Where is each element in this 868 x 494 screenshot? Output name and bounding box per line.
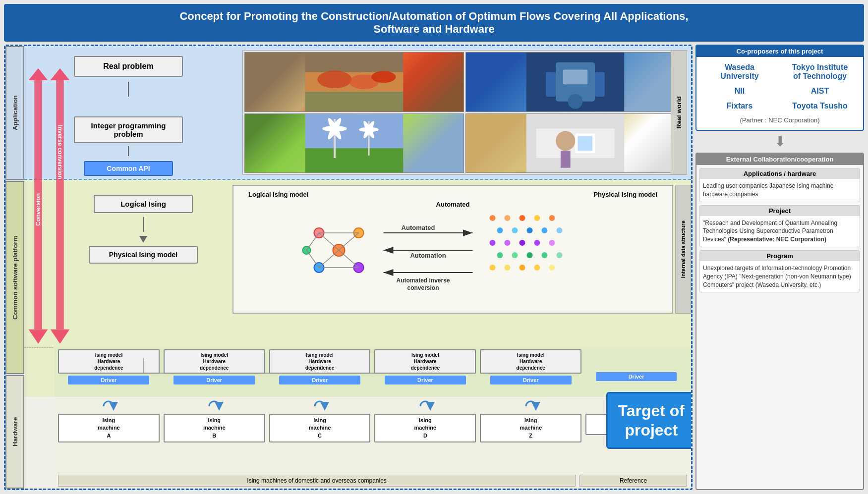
svg-point-9	[568, 94, 583, 109]
svg-point-64	[520, 265, 525, 271]
svg-point-24	[556, 131, 576, 151]
hw-col-5: Ising modelHardwaredependence Driver	[480, 349, 581, 384]
co-proposers-box: Co-proposers of this project WasedaUnive…	[695, 45, 864, 131]
ext-program-title: Program	[700, 251, 860, 261]
automated-label: Automated	[238, 201, 667, 208]
svg-point-63	[505, 265, 511, 271]
target-of-project-box: Target of project	[606, 392, 693, 449]
main-wrapper: Concept for Promoting the Construction/A…	[0, 0, 868, 494]
svg-line-35	[339, 233, 359, 250]
svg-point-59	[527, 252, 533, 258]
machine-col-5: IsingmachineZ	[480, 399, 581, 442]
hw-dep-2: Ising modelHardwaredependence	[164, 349, 265, 374]
ext-collab-box: External Collaboration/cooperation Appli…	[695, 153, 864, 490]
svg-text:Automated: Automated	[402, 224, 435, 231]
circ-arrow-3	[310, 399, 330, 414]
label-platform: Common software platform	[5, 181, 24, 374]
app-layer: Real problem Integer programming problem…	[24, 46, 691, 180]
physical-ising-model-label: Physical Ising model	[593, 191, 657, 198]
conversion-label: Conversion	[35, 193, 42, 226]
circ-arrow-4	[415, 399, 435, 414]
svg-point-45	[534, 215, 540, 221]
svg-rect-81	[56, 80, 63, 329]
bottom-labels-row: Ising machines of domestic and overseas …	[54, 475, 691, 489]
label-hardware: Hardware	[5, 375, 24, 489]
hw-dep-1: Ising modelHardwaredependence	[58, 349, 160, 374]
machine-col-1: IsingmachineA	[58, 399, 160, 442]
ext-section-project: Project "Reseach and Development of Quan…	[699, 205, 860, 247]
real-world-label: Real world	[675, 96, 683, 129]
svg-point-58	[512, 252, 518, 258]
svg-rect-25	[561, 151, 571, 168]
down-arrow: ⬇	[695, 135, 864, 149]
machine-box-b: IsingmachineB	[164, 414, 265, 442]
driver-5: Driver	[490, 376, 572, 384]
integer-programming-box: Integer programming problem	[74, 116, 183, 143]
diagram-body: Real problem Integer programming problem…	[24, 46, 691, 489]
machine-box-d: IsingmachineD	[374, 414, 476, 442]
driver-3: Driver	[279, 376, 360, 384]
hw-dep-4: Ising modelHardwaredependence	[374, 349, 476, 374]
ext-project-title: Project	[700, 206, 860, 216]
diagram-area: Application Common software platform Har…	[4, 45, 693, 490]
machine-box-a: IsingmachineA	[58, 414, 160, 442]
title-line1: Concept for Promoting the Construction/A…	[179, 10, 688, 22]
machine-col-4: IsingmachineD	[374, 399, 476, 442]
machine-col-3: IsingmachineC	[269, 399, 371, 442]
svg-text:Automated inverse: Automated inverse	[396, 277, 450, 284]
machine-box-z: IsingmachineZ	[480, 414, 581, 442]
hw-machines-row: IsingmachineA IsingmachineB	[54, 397, 691, 475]
circ-arrow-1	[99, 399, 118, 414]
proposer-tokyo: Tokyo Instituteof Technology	[781, 61, 859, 83]
inverse-conversion-arrow-area: Inverse conversion	[50, 66, 70, 353]
svg-rect-13	[305, 148, 404, 172]
platform-layer: Logical Ising Physical Ising model	[24, 180, 691, 373]
svg-point-53	[505, 240, 511, 246]
svg-point-42	[490, 215, 496, 221]
hw-col-6: Driver	[585, 349, 687, 381]
driver-6: Driver	[596, 372, 677, 381]
hw-col-4: Ising modelHardwaredependence Driver	[374, 349, 476, 384]
photo-robot	[465, 52, 685, 112]
svg-point-61	[557, 252, 563, 258]
svg-line-34	[319, 233, 339, 250]
logical-ising-box: Logical Ising	[94, 195, 193, 213]
ext-appshw-body: Leading user companies Japanese Ising ma…	[700, 179, 860, 202]
svg-point-43	[505, 215, 511, 221]
hw-col-1: Ising modelHardwaredependence Driver	[58, 349, 160, 384]
proposer-waseda: WasedaUniversity	[700, 61, 779, 83]
svg-point-4	[371, 71, 396, 83]
svg-point-44	[520, 215, 525, 221]
svg-line-37	[339, 250, 359, 268]
svg-point-57	[497, 252, 503, 258]
svg-point-65	[534, 265, 540, 271]
ext-project-body: "Reseach and Development of Quantum Anne…	[700, 216, 860, 247]
hw-col-2: Ising modelHardwaredependence Driver	[164, 349, 265, 384]
real-problem-box: Real problem	[74, 56, 183, 77]
layer-labels: Application Common software platform Har…	[5, 46, 24, 489]
svg-point-49	[527, 227, 533, 233]
internal-data-label: Internal data structure	[675, 185, 691, 314]
ext-section-appshw: Applications / hardware Leading user com…	[699, 168, 860, 202]
label-application: Application	[5, 46, 24, 180]
ising-svg: Automated Automation Automated inverse c…	[238, 208, 667, 292]
ext-appshw-title: Applications / hardware	[700, 168, 860, 179]
reference-label: Reference	[579, 475, 687, 487]
svg-rect-27	[578, 136, 592, 151]
circ-arrow-2	[204, 399, 224, 414]
right-panel: Co-proposers of this project WasedaUnive…	[695, 45, 864, 490]
svg-point-51	[557, 227, 563, 233]
svg-point-50	[542, 227, 548, 233]
svg-rect-5	[305, 92, 404, 111]
svg-text:Automation: Automation	[410, 252, 446, 259]
svg-point-66	[549, 265, 555, 271]
photo-lab	[465, 113, 685, 173]
proposer-toyota: Toyota Tsusho	[781, 100, 859, 112]
svg-line-40	[307, 233, 319, 250]
svg-rect-11	[595, 72, 605, 97]
photo-wind	[244, 113, 464, 173]
svg-rect-8	[563, 70, 587, 85]
proposer-fixtars: Fixtars	[700, 100, 779, 112]
svg-point-54	[520, 240, 525, 246]
svg-rect-10	[546, 72, 556, 97]
